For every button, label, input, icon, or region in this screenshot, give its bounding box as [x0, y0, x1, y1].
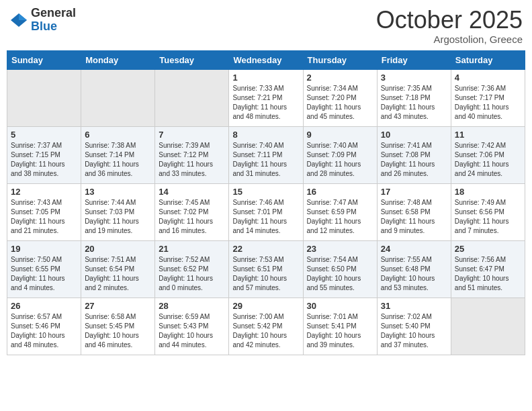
- day-info: Sunrise: 7:43 AM Sunset: 7:05 PM Dayligh…: [11, 198, 77, 236]
- calendar-cell: 23Sunrise: 7:54 AM Sunset: 6:50 PM Dayli…: [303, 240, 377, 298]
- calendar-week-row: 19Sunrise: 7:50 AM Sunset: 6:55 PM Dayli…: [7, 240, 525, 298]
- day-info: Sunrise: 7:02 AM Sunset: 5:40 PM Dayligh…: [381, 312, 447, 350]
- calendar-cell: 18Sunrise: 7:49 AM Sunset: 6:56 PM Dayli…: [451, 183, 525, 240]
- weekday-header: Saturday: [451, 50, 525, 69]
- day-info: Sunrise: 7:41 AM Sunset: 7:08 PM Dayligh…: [381, 141, 447, 179]
- day-info: Sunrise: 7:38 AM Sunset: 7:14 PM Dayligh…: [85, 141, 151, 179]
- calendar-cell: 30Sunrise: 7:01 AM Sunset: 5:41 PM Dayli…: [303, 298, 377, 355]
- calendar-cell: [7, 69, 81, 126]
- month-title: October 2025: [376, 7, 523, 34]
- day-info: Sunrise: 7:00 AM Sunset: 5:42 PM Dayligh…: [232, 312, 299, 350]
- calendar-cell: 7Sunrise: 7:39 AM Sunset: 7:12 PM Daylig…: [155, 126, 229, 183]
- calendar-cell: 20Sunrise: 7:51 AM Sunset: 6:54 PM Dayli…: [81, 240, 155, 298]
- day-info: Sunrise: 7:33 AM Sunset: 7:21 PM Dayligh…: [232, 84, 299, 122]
- calendar-cell: [155, 69, 229, 126]
- day-info: Sunrise: 7:35 AM Sunset: 7:18 PM Dayligh…: [381, 84, 447, 122]
- day-info: Sunrise: 7:47 AM Sunset: 6:59 PM Dayligh…: [307, 198, 373, 236]
- calendar-week-row: 26Sunrise: 6:57 AM Sunset: 5:46 PM Dayli…: [7, 298, 525, 355]
- day-info: Sunrise: 7:54 AM Sunset: 6:50 PM Dayligh…: [307, 255, 373, 293]
- weekday-header: Wednesday: [229, 50, 303, 69]
- svg-marker-1: [19, 13, 27, 20]
- day-number: 5: [11, 130, 77, 140]
- day-number: 4: [455, 73, 521, 83]
- weekday-header: Tuesday: [155, 50, 229, 69]
- day-number: 30: [307, 301, 373, 311]
- calendar-cell: 12Sunrise: 7:43 AM Sunset: 7:05 PM Dayli…: [7, 183, 81, 240]
- day-info: Sunrise: 7:49 AM Sunset: 6:56 PM Dayligh…: [455, 198, 521, 236]
- day-info: Sunrise: 7:53 AM Sunset: 6:51 PM Dayligh…: [232, 255, 299, 293]
- day-number: 1: [232, 73, 299, 83]
- day-number: 21: [159, 244, 225, 254]
- calendar-week-row: 5Sunrise: 7:37 AM Sunset: 7:15 PM Daylig…: [7, 126, 525, 183]
- day-info: Sunrise: 7:44 AM Sunset: 7:03 PM Dayligh…: [85, 198, 151, 236]
- day-info: Sunrise: 7:37 AM Sunset: 7:15 PM Dayligh…: [11, 141, 77, 179]
- title-block: October 2025 Argostolion, Greece: [376, 7, 523, 45]
- day-info: Sunrise: 6:59 AM Sunset: 5:43 PM Dayligh…: [159, 312, 225, 350]
- calendar-cell: 25Sunrise: 7:56 AM Sunset: 6:47 PM Dayli…: [451, 240, 525, 298]
- calendar-cell: 5Sunrise: 7:37 AM Sunset: 7:15 PM Daylig…: [7, 126, 81, 183]
- day-number: 7: [159, 130, 225, 140]
- day-info: Sunrise: 7:46 AM Sunset: 7:01 PM Dayligh…: [232, 198, 299, 236]
- day-info: Sunrise: 6:58 AM Sunset: 5:45 PM Dayligh…: [85, 312, 151, 350]
- calendar-cell: 26Sunrise: 6:57 AM Sunset: 5:46 PM Dayli…: [7, 298, 81, 355]
- day-number: 15: [232, 187, 299, 197]
- day-info: Sunrise: 7:48 AM Sunset: 6:58 PM Dayligh…: [381, 198, 447, 236]
- day-number: 8: [232, 130, 299, 140]
- weekday-header: Thursday: [303, 50, 377, 69]
- day-number: 6: [85, 130, 151, 140]
- logo-text: General Blue: [31, 7, 76, 34]
- day-info: Sunrise: 7:51 AM Sunset: 6:54 PM Dayligh…: [85, 255, 151, 293]
- calendar-cell: 15Sunrise: 7:46 AM Sunset: 7:01 PM Dayli…: [229, 183, 303, 240]
- calendar-cell: [451, 298, 525, 355]
- calendar-cell: 24Sunrise: 7:55 AM Sunset: 6:48 PM Dayli…: [377, 240, 451, 298]
- day-number: 26: [11, 301, 77, 311]
- calendar-cell: 9Sunrise: 7:40 AM Sunset: 7:09 PM Daylig…: [303, 126, 377, 183]
- calendar-cell: 6Sunrise: 7:38 AM Sunset: 7:14 PM Daylig…: [81, 126, 155, 183]
- day-number: 27: [85, 301, 151, 311]
- logo: General Blue: [9, 7, 76, 34]
- day-number: 17: [381, 187, 447, 197]
- calendar-cell: 17Sunrise: 7:48 AM Sunset: 6:58 PM Dayli…: [377, 183, 451, 240]
- calendar-cell: 31Sunrise: 7:02 AM Sunset: 5:40 PM Dayli…: [377, 298, 451, 355]
- day-number: 20: [85, 244, 151, 254]
- day-number: 29: [232, 301, 299, 311]
- day-info: Sunrise: 7:56 AM Sunset: 6:47 PM Dayligh…: [455, 255, 521, 293]
- day-info: Sunrise: 7:45 AM Sunset: 7:02 PM Dayligh…: [159, 198, 225, 236]
- day-number: 31: [381, 301, 447, 311]
- day-info: Sunrise: 7:34 AM Sunset: 7:20 PM Dayligh…: [307, 84, 373, 122]
- logo-general: General: [31, 6, 76, 19]
- day-info: Sunrise: 7:36 AM Sunset: 7:17 PM Dayligh…: [455, 84, 521, 122]
- calendar-week-row: 12Sunrise: 7:43 AM Sunset: 7:05 PM Dayli…: [7, 183, 525, 240]
- calendar-cell: 1Sunrise: 7:33 AM Sunset: 7:21 PM Daylig…: [229, 69, 303, 126]
- day-number: 14: [159, 187, 225, 197]
- calendar-table: SundayMondayTuesdayWednesdayThursdayFrid…: [7, 50, 525, 355]
- calendar-cell: [81, 69, 155, 126]
- day-number: 2: [307, 73, 373, 83]
- calendar-cell: 16Sunrise: 7:47 AM Sunset: 6:59 PM Dayli…: [303, 183, 377, 240]
- calendar-cell: 11Sunrise: 7:42 AM Sunset: 7:06 PM Dayli…: [451, 126, 525, 183]
- page-header: General Blue October 2025 Argostolion, G…: [7, 7, 525, 45]
- weekday-header-row: SundayMondayTuesdayWednesdayThursdayFrid…: [7, 50, 525, 69]
- day-number: 13: [85, 187, 151, 197]
- calendar-week-row: 1Sunrise: 7:33 AM Sunset: 7:21 PM Daylig…: [7, 69, 525, 126]
- calendar-cell: 10Sunrise: 7:41 AM Sunset: 7:08 PM Dayli…: [377, 126, 451, 183]
- calendar-cell: 28Sunrise: 6:59 AM Sunset: 5:43 PM Dayli…: [155, 298, 229, 355]
- calendar-cell: 3Sunrise: 7:35 AM Sunset: 7:18 PM Daylig…: [377, 69, 451, 126]
- day-number: 19: [11, 244, 77, 254]
- day-info: Sunrise: 7:52 AM Sunset: 6:52 PM Dayligh…: [159, 255, 225, 293]
- day-info: Sunrise: 7:50 AM Sunset: 6:55 PM Dayligh…: [11, 255, 77, 293]
- day-info: Sunrise: 6:57 AM Sunset: 5:46 PM Dayligh…: [11, 312, 77, 350]
- day-info: Sunrise: 7:40 AM Sunset: 7:11 PM Dayligh…: [232, 141, 299, 179]
- calendar-cell: 29Sunrise: 7:00 AM Sunset: 5:42 PM Dayli…: [229, 298, 303, 355]
- day-number: 9: [307, 130, 373, 140]
- calendar-cell: 21Sunrise: 7:52 AM Sunset: 6:52 PM Dayli…: [155, 240, 229, 298]
- weekday-header: Friday: [377, 50, 451, 69]
- day-number: 25: [455, 244, 521, 254]
- weekday-header: Sunday: [7, 50, 81, 69]
- calendar-cell: 2Sunrise: 7:34 AM Sunset: 7:20 PM Daylig…: [303, 69, 377, 126]
- day-info: Sunrise: 7:40 AM Sunset: 7:09 PM Dayligh…: [307, 141, 373, 179]
- day-number: 22: [232, 244, 299, 254]
- day-info: Sunrise: 7:55 AM Sunset: 6:48 PM Dayligh…: [381, 255, 447, 293]
- day-number: 11: [455, 130, 521, 140]
- calendar-cell: 22Sunrise: 7:53 AM Sunset: 6:51 PM Dayli…: [229, 240, 303, 298]
